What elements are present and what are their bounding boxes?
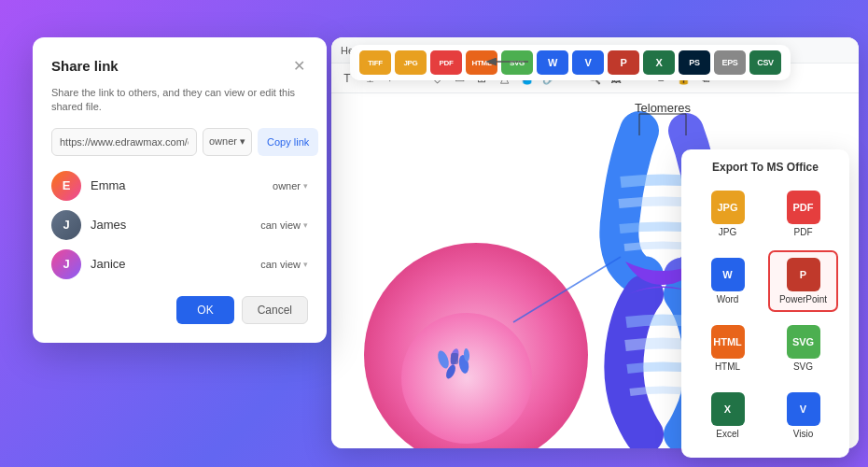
export-ppt-icon: P (787, 258, 820, 291)
export-jpg-item[interactable]: JPG JPG (693, 183, 763, 245)
export-format-toolbar: TIFF JPG PDF HTML SVG W V P X PS EPS CSV (350, 45, 791, 80)
tiff-badge[interactable]: TIFF (359, 50, 391, 75)
export-jpg-icon: JPG (711, 191, 745, 224)
avatar-james: J (51, 210, 81, 240)
avatar-janice: J (51, 249, 81, 279)
user-row-emma: E Emma owner ▾ (51, 171, 308, 201)
user-role-janice[interactable]: can view ▾ (260, 259, 308, 270)
word-badge[interactable]: W (537, 50, 568, 75)
export-html-item[interactable]: HTML HTML (693, 318, 763, 379)
user-name-james: James (91, 218, 251, 232)
export-visio-item[interactable]: V Visio (768, 385, 838, 446)
svg-rect-7 (451, 353, 458, 364)
export-grid: JPG JPG PDF PDF W Word P PowerPoint HTML… (693, 183, 838, 446)
ok-button[interactable]: OK (176, 296, 233, 324)
dialog-title: Share link (51, 58, 119, 74)
export-svg-icon: SVG (787, 325, 820, 359)
ppt-badge[interactable]: P (608, 50, 639, 75)
export-visio-icon: V (787, 392, 820, 426)
user-role-james[interactable]: can view ▾ (260, 219, 308, 231)
svg-point-1 (401, 313, 532, 444)
cancel-button[interactable]: Cancel (242, 296, 308, 324)
export-pdf-label: PDF (794, 227, 813, 237)
export-ppt-item[interactable]: P PowerPoint (768, 250, 838, 312)
user-row-james: J James can view ▾ (51, 210, 308, 240)
user-name-emma: Emma (91, 178, 263, 192)
dialog-description: Share the link to others, and they can v… (51, 86, 308, 115)
export-word-label: Word (717, 294, 739, 304)
user-name-janice: Janice (91, 257, 251, 271)
export-pdf-icon: PDF (787, 191, 820, 224)
export-svg-label: SVG (793, 361, 813, 372)
export-excel-item[interactable]: X Excel (693, 385, 763, 446)
ps-badge[interactable]: PS (679, 50, 710, 75)
pdf-badge[interactable]: PDF (430, 50, 462, 75)
export-visio-label: Visio (793, 429, 814, 439)
svg-text:Telomeres: Telomeres (635, 101, 691, 115)
user-row-janice: J Janice can view ▾ (51, 249, 308, 279)
excel-badge[interactable]: X (643, 50, 675, 75)
share-dialog: Share link ✕ Share the link to others, a… (33, 37, 327, 343)
export-ppt-label: PowerPoint (779, 294, 827, 304)
permission-select[interactable]: owner ▾ (203, 128, 252, 156)
dialog-header: Share link ✕ (51, 56, 308, 75)
export-word-icon: W (711, 258, 745, 291)
csv-badge[interactable]: CSV (749, 50, 781, 75)
link-input[interactable] (51, 128, 197, 156)
export-jpg-label: JPG (719, 227, 736, 237)
eps-badge[interactable]: EPS (714, 50, 746, 75)
dialog-actions: OK Cancel (51, 296, 308, 324)
link-row: owner ▾ Copy link (51, 128, 308, 156)
export-pdf-item[interactable]: PDF PDF (768, 183, 838, 245)
copy-link-button[interactable]: Copy link (258, 128, 318, 156)
export-html-label: HTML (715, 361, 740, 372)
visio-badge[interactable]: V (572, 50, 604, 75)
export-word-item[interactable]: W Word (693, 250, 763, 312)
dialog-close-button[interactable]: ✕ (289, 56, 308, 75)
export-html-icon: HTML (711, 325, 745, 359)
user-list: E Emma owner ▾ J James can view ▾ J Jani… (51, 171, 308, 279)
avatar-emma: E (51, 171, 81, 201)
arrow-indicator (483, 52, 530, 71)
jpg-badge[interactable]: JPG (395, 50, 427, 75)
user-role-emma[interactable]: owner ▾ (273, 180, 308, 191)
export-svg-item[interactable]: SVG SVG (768, 318, 838, 379)
export-panel-title: Export To MS Office (693, 161, 838, 174)
export-excel-label: Excel (716, 429, 738, 439)
export-panel: Export To MS Office JPG JPG PDF PDF W Wo… (681, 149, 849, 458)
export-excel-icon: X (711, 392, 745, 426)
